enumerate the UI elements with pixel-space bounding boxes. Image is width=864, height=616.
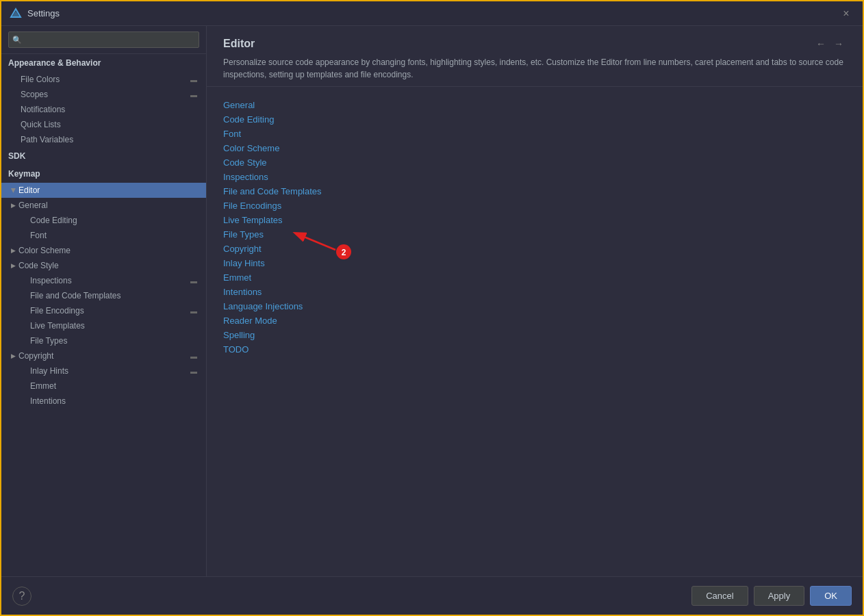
apply-button[interactable]: Apply: [754, 586, 805, 606]
link-inspections[interactable]: Inspections: [223, 170, 846, 184]
search-input[interactable]: [8, 31, 199, 48]
sidebar-item-font[interactable]: Font: [1, 228, 206, 243]
main-content: Editor ← → Personalize source code appea…: [207, 26, 863, 576]
link-language-injections[interactable]: Language Injections: [223, 299, 846, 313]
collapse-icon: ▬: [188, 307, 199, 315]
link-copyright[interactable]: Copyright: [223, 242, 846, 256]
link-reader-mode[interactable]: Reader Mode: [223, 313, 846, 328]
link-live-templates[interactable]: Live Templates: [223, 213, 846, 227]
sidebar-section-keymap: Keymap: [1, 165, 206, 183]
sidebar-item-quick-lists[interactable]: Quick Lists: [1, 117, 206, 132]
sidebar-item-file-colors[interactable]: File Colors ▬: [1, 72, 206, 87]
search-box: 🔍: [1, 26, 206, 54]
expand-arrow: ▶: [11, 202, 16, 209]
collapse-icon: ▬: [188, 352, 199, 360]
sidebar-item-notifications[interactable]: Notifications: [1, 102, 206, 117]
nav-forward-button[interactable]: →: [831, 37, 846, 51]
cancel-button[interactable]: Cancel: [691, 586, 748, 606]
main-header: Editor ← → Personalize source code appea…: [207, 26, 863, 87]
expand-arrow: ▶: [10, 188, 17, 193]
collapse-icon: ▬: [188, 91, 199, 99]
sidebar-item-scopes[interactable]: Scopes ▬: [1, 87, 206, 102]
link-code-style[interactable]: Code Style: [223, 155, 846, 170]
collapse-icon: ▬: [188, 368, 199, 375]
link-general[interactable]: General: [223, 98, 846, 112]
sidebar-item-intentions[interactable]: Intentions: [1, 394, 206, 409]
sidebar-item-inspections[interactable]: Inspections ▬: [1, 273, 206, 288]
link-code-editing[interactable]: Code Editing: [223, 112, 846, 127]
main-links-area: General Code Editing Font Color Scheme C…: [207, 87, 863, 576]
sidebar-section-appearance: Appearance & Behavior: [1, 54, 206, 72]
footer: ? Cancel Apply OK: [1, 576, 863, 615]
sidebar-item-file-encodings[interactable]: File Encodings ▬: [1, 303, 206, 318]
sidebar-item-file-types[interactable]: File Types: [1, 333, 206, 348]
sidebar: 🔍 Appearance & Behavior File Colors ▬ Sc…: [1, 26, 207, 576]
sidebar-item-general[interactable]: ▶ General: [1, 198, 206, 213]
main-title-row: Editor ← →: [223, 37, 846, 51]
sidebar-item-live-templates[interactable]: Live Templates: [1, 318, 206, 333]
link-inlay-hints[interactable]: Inlay Hints: [223, 256, 846, 270]
sidebar-item-emmet[interactable]: Emmet: [1, 378, 206, 394]
nav-back-button[interactable]: ←: [813, 37, 828, 51]
nav-arrows: ← →: [813, 37, 846, 51]
content-area: 🔍 Appearance & Behavior File Colors ▬ Sc…: [1, 26, 863, 576]
link-todo[interactable]: TODO: [223, 342, 846, 357]
expand-arrow: ▶: [11, 262, 16, 269]
help-button[interactable]: ?: [12, 587, 31, 606]
footer-buttons: Cancel Apply OK: [691, 586, 852, 606]
link-emmet[interactable]: Emmet: [223, 270, 846, 285]
link-font[interactable]: Font: [223, 127, 846, 141]
sidebar-item-inlay-hints[interactable]: Inlay Hints ▬: [1, 363, 206, 378]
sidebar-scroll: Appearance & Behavior File Colors ▬ Scop…: [1, 54, 206, 576]
window-title: Settings: [27, 8, 60, 18]
main-description: Personalize source code appearance by ch…: [223, 56, 846, 81]
collapse-icon: ▬: [188, 277, 199, 285]
app-icon: [10, 8, 22, 20]
expand-arrow: ▶: [11, 247, 16, 254]
sidebar-section-sdk: SDK: [1, 147, 206, 165]
expand-arrow: ▶: [11, 352, 16, 359]
sidebar-item-code-editing[interactable]: Code Editing: [1, 213, 206, 228]
link-intentions[interactable]: Intentions: [223, 285, 846, 299]
close-button[interactable]: ×: [838, 5, 854, 22]
search-icon: 🔍: [12, 36, 22, 44]
page-title: Editor: [223, 38, 255, 50]
sidebar-item-color-scheme[interactable]: ▶ Color Scheme: [1, 243, 206, 258]
collapse-icon: ▬: [188, 76, 199, 84]
ok-button[interactable]: OK: [810, 586, 852, 606]
link-file-encodings[interactable]: File Encodings: [223, 198, 846, 213]
link-file-code-templates[interactable]: File and Code Templates: [223, 184, 846, 198]
sidebar-item-code-style[interactable]: ▶ Code Style: [1, 258, 206, 273]
link-color-scheme[interactable]: Color Scheme: [223, 141, 846, 155]
sidebar-item-path-variables[interactable]: Path Variables: [1, 132, 206, 147]
sidebar-item-copyright[interactable]: ▶ Copyright ▬: [1, 348, 206, 363]
sidebar-item-editor[interactable]: ▶ Editor: [1, 183, 206, 198]
settings-window: Settings × 🔍 Appearance & Behavior File …: [0, 0, 864, 616]
link-file-types[interactable]: File Types: [223, 227, 846, 242]
sidebar-item-file-code-templates[interactable]: File and Code Templates: [1, 288, 206, 303]
link-spelling[interactable]: Spelling: [223, 328, 846, 342]
title-bar: Settings ×: [1, 1, 863, 26]
